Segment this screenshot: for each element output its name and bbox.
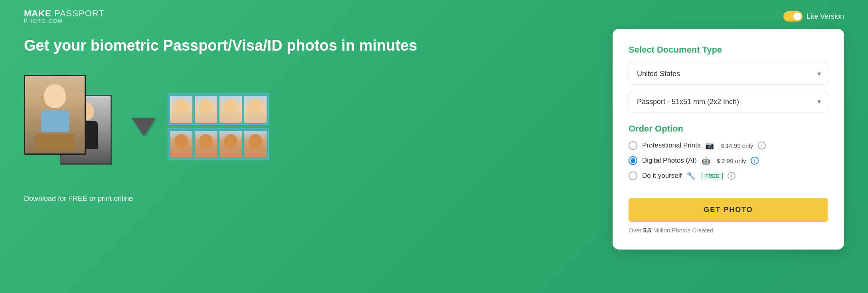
right-panel: Select Document Type United States Unite… [613, 29, 844, 250]
result-row-women [168, 128, 269, 160]
digital-photos-ai-info-icon[interactable]: i [751, 157, 759, 165]
professional-prints-info-icon[interactable]: i [758, 142, 766, 149]
baby-face-1 [170, 96, 192, 123]
radio-do-it-yourself[interactable] [629, 171, 637, 180]
lite-version-toggle[interactable]: Lite Version [783, 11, 844, 22]
baby-face-3 [219, 96, 242, 123]
stats-suffix: Million Photos Created [652, 227, 714, 234]
stats-number: 5.5 [643, 227, 652, 234]
baby-body [41, 110, 69, 132]
option-do-it-yourself[interactable]: Do it yourself 🔧 FREE i [629, 171, 828, 180]
country-select-wrapper[interactable]: United States United Kingdom Canada Aust… [629, 63, 828, 85]
result-photos [168, 93, 269, 160]
logo-bottom: PHOTO.COM [24, 18, 105, 24]
logo-top: MAKE PASSPORT [24, 9, 105, 18]
stats-text: Over 5.5 Million Photos Created [629, 227, 828, 234]
option-professional-prints[interactable]: Professtional Prints 📷 $ 14.99 only i [629, 141, 828, 150]
do-it-yourself-info-icon[interactable]: i [728, 172, 736, 180]
country-select[interactable]: United States United Kingdom Canada Aust… [629, 63, 828, 85]
arrow-icon [132, 118, 156, 136]
download-text: Download for FREE or print online [24, 195, 581, 203]
arrow-container [132, 118, 156, 136]
woman-face-1 [170, 131, 192, 158]
select-document-title: Select Document Type [629, 45, 828, 55]
tools-icon: 🔧 [686, 171, 695, 180]
woman-face-2 [195, 131, 217, 158]
source-photos [24, 75, 120, 179]
result-row-babies [168, 93, 269, 125]
document-type-select-wrapper[interactable]: Passport - 51x51 mm (2x2 Inch) Visa ID C… [629, 91, 828, 112]
professional-prints-price: $ 14.99 only [720, 142, 753, 149]
order-option-title: Order Option [629, 124, 828, 134]
digital-photos-ai-price: $ 2.99 only [717, 157, 746, 164]
document-type-select[interactable]: Passport - 51x51 mm (2x2 Inch) Visa ID C… [629, 91, 828, 112]
get-photo-button[interactable]: GET PHOTO [629, 198, 828, 222]
woman-face-3 [219, 131, 242, 158]
camera-icon: 📷 [705, 141, 714, 150]
header: MAKE PASSPORT PHOTO.COM Lite Version [0, 0, 868, 33]
do-it-yourself-label: Do it yourself [642, 172, 682, 180]
baby-face-4 [244, 96, 267, 123]
lite-version-label: Lite Version [807, 12, 844, 21]
radio-professional-prints[interactable] [629, 141, 637, 150]
robot-icon: 🤖 [702, 156, 710, 165]
basket [35, 134, 75, 150]
do-it-yourself-badge: FREE [702, 172, 723, 180]
stats-prefix: Over [629, 227, 643, 234]
main-content: Get your biometric Passport/Visa/ID phot… [0, 33, 868, 250]
logo[interactable]: MAKE PASSPORT PHOTO.COM [24, 9, 105, 24]
baby-photo-frame [24, 75, 86, 155]
option-digital-photos-ai[interactable]: Digital Photos (AI) 🤖 $ 2.99 only i [629, 156, 828, 165]
page-headline: Get your biometric Passport/Visa/ID phot… [24, 37, 581, 55]
left-section: Get your biometric Passport/Visa/ID phot… [24, 33, 581, 203]
woman-face-4 [244, 131, 267, 158]
professional-prints-label: Professtional Prints [642, 142, 700, 149]
photo-illustration [24, 75, 581, 179]
radio-digital-photos-ai[interactable] [629, 156, 637, 165]
baby-head [44, 84, 66, 108]
baby-face-2 [195, 96, 217, 123]
baby-photo [25, 76, 85, 153]
digital-photos-ai-label: Digital Photos (AI) [642, 157, 697, 165]
toggle-switch[interactable] [783, 11, 803, 22]
